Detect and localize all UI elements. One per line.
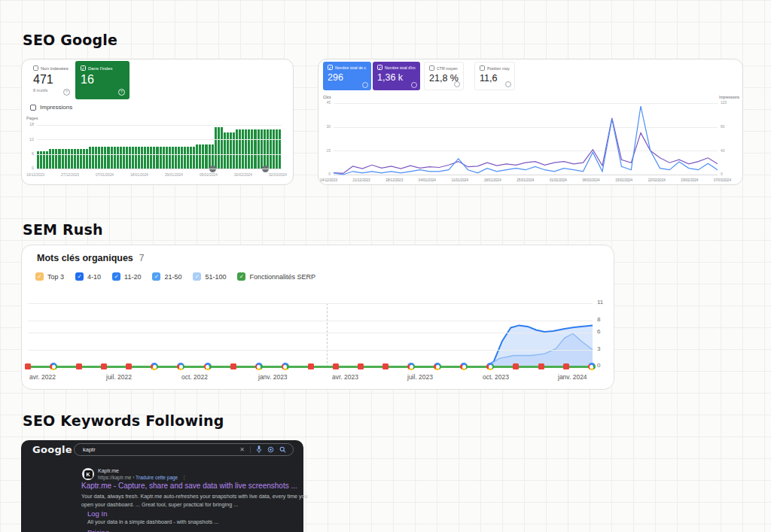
- semrush-title: Mots clés organiques7: [37, 253, 145, 263]
- checkbox-unchecked-icon[interactable]: [30, 105, 36, 111]
- tile-total-clicks[interactable]: ✓ Nombre total de c... 296: [323, 62, 371, 90]
- series-clics: [334, 106, 718, 175]
- search-icon[interactable]: [279, 446, 286, 453]
- gridline: [334, 175, 718, 175]
- impressions-toggle[interactable]: Impressions: [30, 104, 72, 111]
- legend-label: 51-100: [205, 273, 226, 281]
- legend-label: 4-10: [87, 273, 101, 281]
- checkbox-checked-icon[interactable]: ✓: [112, 272, 120, 281]
- x-tick-label: juil. 2022: [106, 373, 132, 381]
- semrush-card: Mots clés organiques7 ✓Top 3 ✓4-10 ✓11-2…: [21, 245, 614, 390]
- tile-avg-ctr[interactable]: CTR moyen 21,8 %: [424, 62, 464, 90]
- more-options-icon[interactable]: ⋮: [181, 475, 187, 480]
- legend-4-10[interactable]: ✓4-10: [75, 272, 101, 281]
- site-favicon: K: [82, 468, 94, 480]
- gsc-performance-card: ✓ Nombre total de c... 296 ✓ Nombre tota…: [318, 59, 743, 185]
- checkbox-checked-icon[interactable]: ✓: [35, 272, 44, 281]
- tile-total-impressions[interactable]: ✓ Nombre total d'im... 1,36 k: [373, 62, 420, 90]
- x-axis-labels: 14/12/202321/12/202328/12/202304/01/2024…: [320, 178, 731, 182]
- left-tick-label: 0: [318, 172, 331, 176]
- checkbox-unchecked-icon[interactable]: [33, 65, 38, 71]
- google-marker-icon: [434, 363, 441, 370]
- pages-bar: [163, 147, 165, 169]
- lens-icon[interactable]: [267, 446, 274, 453]
- legend-51-100[interactable]: ✓51-100: [193, 272, 226, 281]
- legend-21-50[interactable]: ✓21-50: [152, 272, 181, 281]
- pages-bar: [65, 149, 67, 169]
- pages-bar: [175, 147, 177, 169]
- not-indexed-metric-box[interactable]: Non indexées 471 8 motifs ?: [28, 61, 75, 99]
- gsc-index-card: Non indexées 471 8 motifs ? ✓ Dans l'ind…: [21, 59, 294, 185]
- pages-bar: [224, 132, 226, 169]
- help-icon[interactable]: ?: [118, 89, 125, 96]
- tile-avg-position[interactable]: Position moyenne 11,6: [474, 62, 515, 90]
- tile-label: Nombre total d'im...: [385, 65, 416, 70]
- pages-bar: [135, 147, 137, 169]
- legend-serp-features[interactable]: ✓Fonctionnalités SERP: [237, 272, 315, 281]
- google-marker-icon: [255, 363, 263, 370]
- search-input[interactable]: kaptr: [83, 446, 239, 453]
- indexed-metric-box[interactable]: ✓ Dans l'index 16 ?: [75, 61, 130, 99]
- x-tick-label: 15/02/2024: [615, 178, 632, 182]
- pages-bar: [123, 147, 125, 169]
- gridline: [37, 169, 282, 169]
- pages-bar: [132, 147, 134, 169]
- legend-top3[interactable]: ✓Top 3: [35, 272, 64, 281]
- x-tick-label: janv. 2023: [258, 373, 288, 381]
- pages-bar: [196, 144, 198, 169]
- checkbox-checked-icon[interactable]: ✓: [377, 65, 382, 70]
- x-tick-label: 25/01/2024: [517, 178, 534, 182]
- checkbox-unchecked-icon[interactable]: [429, 65, 434, 71]
- x-axis-labels: 16/12/202327/12/202307/01/202418/01/2024…: [26, 173, 287, 177]
- x-tick-label: 02/03/2024: [269, 173, 287, 177]
- checkbox-checked-icon[interactable]: ✓: [328, 65, 333, 70]
- checkbox-checked-icon[interactable]: ✓: [81, 65, 86, 71]
- tile-value: 296: [328, 72, 367, 83]
- pages-bar: [126, 147, 128, 169]
- translate-link[interactable]: Traduire cette page: [136, 475, 178, 480]
- right-tick-label: 80: [721, 124, 739, 129]
- gridline: [28, 333, 593, 333]
- flag-marker-icon: [513, 363, 519, 369]
- gridline: [37, 125, 282, 126]
- pages-bar: [104, 147, 106, 169]
- pages-bar: [169, 147, 171, 169]
- flag-marker-icon: [230, 363, 236, 369]
- x-tick-label: 21/12/2023: [353, 178, 370, 182]
- pages-bar: [248, 129, 250, 169]
- result-snippet: Your data, always fresh. Kaptr.me auto-r…: [81, 492, 311, 509]
- pages-bar: [279, 129, 281, 169]
- pages-bar: [181, 147, 183, 169]
- checkbox-checked-icon[interactable]: ✓: [237, 272, 245, 281]
- not-indexed-value: 471: [33, 73, 69, 87]
- pages-bar: [209, 144, 211, 169]
- y-tick-label: 6: [597, 328, 600, 335]
- result-title-link[interactable]: Kaptr.me - Capture, share and save data …: [81, 482, 307, 490]
- gridline: [28, 321, 593, 321]
- sublink-login[interactable]: Log In: [87, 509, 107, 518]
- pages-bar: [129, 147, 131, 169]
- indexed-value: 16: [81, 73, 124, 87]
- checkbox-unchecked-icon[interactable]: [480, 65, 485, 71]
- pages-bar: [193, 147, 195, 169]
- heading-seo-google: SEO Google: [23, 32, 117, 48]
- clear-icon[interactable]: ✕: [239, 447, 245, 453]
- x-tick-label: 08/02/2024: [583, 178, 600, 182]
- search-box[interactable]: kaptr ✕: [74, 443, 294, 456]
- heading-sem-rush: SEM Rush: [23, 221, 103, 238]
- help-icon[interactable]: ?: [63, 89, 70, 96]
- checkbox-checked-icon[interactable]: ✓: [193, 272, 201, 281]
- result-url: https://kaptr.me: [98, 475, 131, 480]
- mic-icon[interactable]: [256, 445, 262, 454]
- checkbox-checked-icon[interactable]: ✓: [75, 272, 84, 281]
- y-tick-label: 12: [22, 137, 34, 141]
- gridline: [28, 303, 593, 304]
- pages-bar: [74, 149, 76, 169]
- pages-bar: [62, 149, 64, 169]
- x-tick-label: 27/12/2023: [61, 173, 79, 177]
- google-marker-icon: [151, 363, 158, 370]
- pages-bar: [190, 147, 192, 169]
- sublink-pricing[interactable]: Pricing: [87, 528, 109, 532]
- checkbox-checked-icon[interactable]: ✓: [152, 272, 160, 281]
- legend-11-20[interactable]: ✓11-20: [112, 272, 141, 281]
